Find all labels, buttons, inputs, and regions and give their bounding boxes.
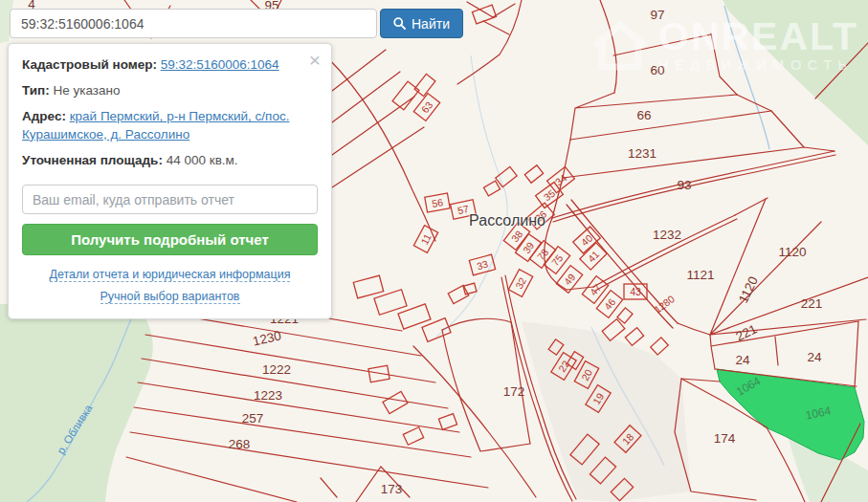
find-button-label: Найти <box>412 16 450 32</box>
type-value: Не указано <box>53 83 120 98</box>
cadastral-number-row: Кадастровый номер: 59:32:5160006:1064 <box>22 56 318 74</box>
find-button[interactable]: Найти <box>380 9 463 38</box>
cadastral-number-label: Кадастровый номер: <box>22 57 157 72</box>
type-row: Тип: Не указано <box>22 82 318 99</box>
cadastral-number-link[interactable]: 59:32:5160006:1064 <box>161 57 279 72</box>
type-label: Тип: <box>22 83 50 98</box>
email-input[interactable] <box>22 185 318 214</box>
search-icon <box>393 17 406 30</box>
parcel-info-panel: × Кадастровый номер: 59:32:5160006:1064 … <box>8 43 332 319</box>
area-row: Уточненная площадь: 44 000 кв.м. <box>22 152 318 169</box>
address-label: Адрес: <box>22 109 66 123</box>
manual-selection-link[interactable]: Ручной выбор вариантов <box>100 290 240 304</box>
area-label: Уточненная площадь: <box>22 153 163 167</box>
address-row: Адрес: край Пермский, р-н Пермский, с/по… <box>22 108 318 142</box>
report-details-link[interactable]: Детали отчета и юридическая информация <box>50 268 291 282</box>
area-value: 44 000 кв.м. <box>167 153 238 167</box>
cadastral-search-input[interactable] <box>10 9 377 38</box>
highlighted-parcel[interactable] <box>717 369 864 460</box>
close-icon[interactable]: × <box>309 51 321 70</box>
search-bar: Найти <box>10 9 463 38</box>
get-report-button[interactable]: Получить подробный отчет <box>22 224 318 255</box>
